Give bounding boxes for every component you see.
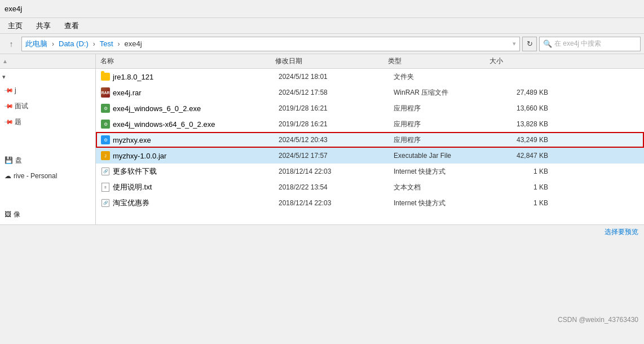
file-date: 2024/5/12 17:57 xyxy=(279,152,391,160)
menu-share[interactable]: 共享 xyxy=(30,20,56,32)
file-icon-exe-green: ⚙ xyxy=(100,103,111,113)
file-date: 2018/12/14 22:03 xyxy=(279,199,391,207)
table-row[interactable]: jre1.8.0_1212024/5/12 18:01文件夹 xyxy=(96,69,644,85)
file-name: 更多软件下载 xyxy=(113,166,276,177)
status-bar: 选择要预览 xyxy=(0,224,644,239)
file-icon-folder xyxy=(100,72,111,82)
address-bar[interactable]: 此电脑 › Data (D:) › Test › exe4j ▾ xyxy=(21,37,520,51)
csdn-watermark: CSDN @weixin_43763430 xyxy=(558,316,638,324)
table-row[interactable]: ⚙myzhxy.exe2024/5/12 20:43应用程序43,249 KB xyxy=(96,132,644,148)
menu-view[interactable]: 查看 xyxy=(59,20,85,32)
col-header-size[interactable]: 大小 xyxy=(485,56,541,66)
file-name: 淘宝优惠券 xyxy=(113,198,276,208)
sidebar: ▾ 📌 j 📌 面试 📌 题 💾 盘 ☁ rive - Personal 🖼 像 xyxy=(0,69,96,224)
file-name: 使用说明.txt xyxy=(113,182,276,192)
pin-icon-0: 📌 xyxy=(3,85,14,95)
column-headers-row: ▲ 名称 修改日期 类型 大小 xyxy=(0,54,644,69)
file-list[interactable]: jre1.8.0_1212024/5/12 18:01文件夹RARexe4j.r… xyxy=(96,69,644,224)
sidebar-item-j[interactable]: 📌 j xyxy=(0,82,95,98)
file-icon-txt: ≡ xyxy=(100,182,111,192)
sidebar-spacer xyxy=(0,130,95,152)
table-row[interactable]: 🔗淘宝优惠券2018/12/14 22:03Internet 快捷方式1 KB xyxy=(96,195,644,211)
file-icon-exe-blue: ⚙ xyxy=(100,135,111,145)
table-row[interactable]: ≡使用说明.txt2018/2/22 13:54文本文档1 KB xyxy=(96,179,644,195)
pin-icon-1: 📌 xyxy=(3,100,14,111)
table-row[interactable]: Jmyzhxy-1.0.0.jar2024/5/12 17:57Executab… xyxy=(96,148,644,164)
file-name: exe4j.rar xyxy=(113,89,276,97)
col-header-type[interactable]: 类型 xyxy=(383,56,485,66)
title-bar-text: exe4j xyxy=(5,5,22,13)
file-type: 应用程序 xyxy=(394,120,495,129)
file-date: 2019/1/28 16:21 xyxy=(279,104,391,112)
file-date: 2018/2/22 13:54 xyxy=(279,183,391,191)
breadcrumb-pc[interactable]: 此电脑 xyxy=(25,39,47,49)
file-date: 2024/5/12 20:43 xyxy=(279,136,391,144)
file-icon-jar: J xyxy=(100,151,111,161)
search-box[interactable]: 🔍 在 exe4j 中搜索 xyxy=(539,37,641,51)
file-type: Executable Jar File xyxy=(394,152,495,160)
sidebar-label-interview: 面试 xyxy=(15,102,28,111)
sidebar-item-personal[interactable]: ☁ rive - Personal xyxy=(0,168,95,184)
quick-access-arrow: ▾ xyxy=(2,73,6,81)
file-name: myzhxy.exe xyxy=(113,136,276,144)
file-size: 1 KB xyxy=(497,183,554,191)
file-name: jre1.8.0_121 xyxy=(113,73,276,81)
file-icon-shortcut: 🔗 xyxy=(100,166,111,177)
file-type: 应用程序 xyxy=(394,135,495,145)
menu-home[interactable]: 主页 xyxy=(2,20,28,32)
collapse-arrow[interactable]: ▲ xyxy=(2,58,8,64)
title-bar: exe4j xyxy=(0,0,644,18)
file-date: 2024/5/12 17:58 xyxy=(279,89,391,96)
sidebar-item-topic[interactable]: 📌 题 xyxy=(0,114,95,130)
breadcrumb-test[interactable]: Test xyxy=(100,39,113,48)
file-type: Internet 快捷方式 xyxy=(394,199,495,208)
file-size: 13,828 KB xyxy=(497,120,554,128)
sidebar-label-image: 像 xyxy=(14,210,20,219)
column-header: 名称 修改日期 类型 大小 xyxy=(96,54,644,69)
file-icon-rar: RAR xyxy=(100,87,111,98)
file-size: 42,847 KB xyxy=(497,152,554,160)
table-row[interactable]: 🔗更多软件下载2018/12/14 22:03Internet 快捷方式1 KB xyxy=(96,164,644,179)
address-bar-area: ↑ 此电脑 › Data (D:) › Test › exe4j ▾ ↻ 🔍 在… xyxy=(0,34,644,54)
table-row[interactable]: ⚙exe4j_windows_6_0_2.exe2019/1/28 16:21应… xyxy=(96,100,644,116)
file-type: 文本文档 xyxy=(394,183,495,192)
table-row[interactable]: RARexe4j.rar2024/5/12 17:58WinRAR 压缩文件27… xyxy=(96,85,644,100)
address-dropdown-arrow[interactable]: ▾ xyxy=(513,40,516,47)
nav-up-button[interactable]: ↑ xyxy=(3,37,19,51)
sidebar-item-drive[interactable]: 💾 盘 xyxy=(0,152,95,168)
pin-icon-2: 📌 xyxy=(3,116,14,127)
file-type: 应用程序 xyxy=(394,104,495,113)
drive-icon: 💾 xyxy=(5,156,13,164)
file-name: myzhxy-1.0.0.jar xyxy=(113,152,276,160)
breadcrumb-current: exe4j xyxy=(125,39,142,48)
sidebar-label-j: j xyxy=(15,86,16,94)
cloud-icon: ☁ xyxy=(5,172,11,180)
file-type: WinRAR 压缩文件 xyxy=(394,88,495,98)
file-size: 1 KB xyxy=(497,167,554,175)
breadcrumb-d[interactable]: Data (D:) xyxy=(59,39,89,48)
file-date: 2024/5/12 18:01 xyxy=(279,73,391,81)
file-date: 2018/12/14 22:03 xyxy=(279,167,391,175)
sidebar-item-image[interactable]: 🖼 像 xyxy=(0,206,95,222)
sidebar-item-interview[interactable]: 📌 面试 xyxy=(0,98,95,114)
file-icon-exe-green: ⚙ xyxy=(100,119,111,129)
refresh-button[interactable]: ↻ xyxy=(522,37,537,51)
search-placeholder: 在 exe4j 中搜索 xyxy=(554,39,601,48)
sidebar-spacer2 xyxy=(0,184,95,206)
file-date: 2019/1/28 16:21 xyxy=(279,120,391,128)
sidebar-label-personal: rive - Personal xyxy=(14,172,57,180)
file-name: exe4j_windows-x64_6_0_2.exe xyxy=(113,120,276,129)
quick-access-header[interactable]: ▾ xyxy=(0,71,95,82)
col-header-date[interactable]: 修改日期 xyxy=(271,56,383,66)
table-row[interactable]: ⚙exe4j_windows-x64_6_0_2.exe2019/1/28 16… xyxy=(96,116,644,132)
file-area: ▾ 📌 j 📌 面试 📌 题 💾 盘 ☁ rive - Personal 🖼 像 xyxy=(0,69,644,224)
image-icon: 🖼 xyxy=(5,210,11,218)
status-text: 选择要预览 xyxy=(605,227,638,237)
search-icon: 🔍 xyxy=(543,39,552,48)
file-type: Internet 快捷方式 xyxy=(394,167,495,177)
file-size: 1 KB xyxy=(497,199,554,207)
file-icon-shortcut: 🔗 xyxy=(100,198,111,208)
file-name: exe4j_windows_6_0_2.exe xyxy=(113,104,276,113)
col-header-name[interactable]: 名称 xyxy=(96,56,271,66)
menu-bar: 主页 共享 查看 xyxy=(0,18,644,34)
